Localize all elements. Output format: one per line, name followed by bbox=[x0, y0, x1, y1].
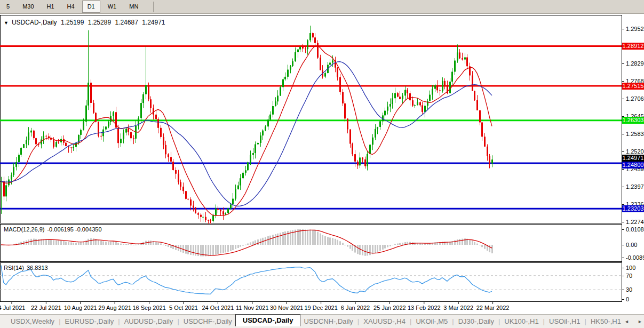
date-tick-label: 29 Aug 2021 bbox=[98, 305, 131, 311]
date-tick-label: 19 Dec 2021 bbox=[304, 305, 337, 311]
symbol-tab-eurusd[interactable]: EURUSD-,Daily bbox=[62, 316, 117, 326]
price-tick-label: 1.22745 bbox=[626, 219, 644, 225]
date-tick-label: 25 Jan 2022 bbox=[373, 305, 406, 311]
rsi-value: 36.8313 bbox=[27, 265, 48, 271]
tab-scroll-arrows: ◄► bbox=[624, 319, 642, 324]
symbol-tab-usoil[interactable]: USOil-,H1 bbox=[546, 316, 584, 326]
ohlc-open: 1.25199 bbox=[61, 19, 84, 26]
rsi-axis-label: 100 bbox=[626, 265, 635, 271]
price-tick-mark bbox=[622, 187, 624, 187]
tab-separator: | bbox=[410, 317, 411, 325]
symbol-tab-hk50[interactable]: HK50-,H1 bbox=[587, 316, 624, 326]
symbol-tab-usdx[interactable]: USDX,Weekly bbox=[7, 316, 58, 326]
price-tick-mark bbox=[622, 151, 624, 152]
rsi-axis-label: 30 bbox=[626, 286, 632, 293]
macd-axis-label: 0.00 bbox=[626, 242, 637, 248]
rsi-name: RSI(14) bbox=[4, 265, 24, 271]
price-tick-mark bbox=[622, 134, 624, 134]
tab-scroll-right-icon[interactable]: ► bbox=[638, 319, 642, 324]
timeframe-button-5[interactable]: 5 bbox=[1, 1, 15, 13]
date-tick-label: 22 Jul 2021 bbox=[31, 305, 61, 311]
price-tick-label: 1.23975 bbox=[626, 183, 644, 190]
macd-name: MACD(12,26,9) bbox=[4, 226, 44, 233]
symbol-tab-ukoil[interactable]: UKOil-,M5 bbox=[412, 316, 451, 326]
price-tick-mark bbox=[622, 81, 624, 82]
date-tick-label: 11 Nov 2021 bbox=[236, 305, 269, 311]
rsi-axis-tick bbox=[622, 268, 624, 268]
timeframe-button-w1[interactable]: W1 bbox=[102, 1, 122, 13]
price-level-badge: 1.24800 bbox=[622, 162, 644, 169]
price-tick-mark bbox=[622, 169, 624, 170]
tab-separator: | bbox=[59, 317, 60, 325]
rsi-indicator-label: RSI(14)36.8313 bbox=[4, 265, 48, 271]
rsi-axis-tick bbox=[622, 290, 624, 290]
ohlc-low: 1.24687 bbox=[115, 19, 138, 26]
rsi-axis-tick bbox=[622, 276, 624, 276]
price-tick-label: 1.29525 bbox=[626, 26, 644, 32]
price-tick-label: 1.28295 bbox=[626, 60, 644, 67]
price-level-badge: 1.26303 bbox=[622, 117, 644, 124]
date-tick-label: 4 Jul 2021 bbox=[0, 305, 25, 311]
tab-separator: | bbox=[177, 317, 179, 325]
date-tick-label: 10 Aug 2021 bbox=[64, 305, 97, 311]
chart-symbol: USDCAD-,Daily bbox=[12, 19, 57, 26]
macd-axis-tick bbox=[622, 245, 624, 245]
rsi-panel[interactable] bbox=[0, 262, 622, 302]
date-tick-label: 5 Oct 2021 bbox=[169, 305, 198, 311]
tab-separator: | bbox=[118, 317, 120, 325]
toolbar-separator bbox=[153, 2, 154, 12]
price-tick-label: 1.27065 bbox=[626, 95, 644, 102]
price-tick-mark bbox=[622, 63, 624, 64]
timeframe-button-d1[interactable]: D1 bbox=[82, 1, 100, 13]
current-price-badge: 1.24971 bbox=[622, 155, 644, 162]
symbol-tab-usdcad[interactable]: USDCAD-,Daily bbox=[235, 314, 301, 326]
rsi-axis-label: 70 bbox=[626, 273, 632, 279]
macd-axis-tick bbox=[622, 229, 624, 230]
tab-separator: | bbox=[452, 317, 454, 325]
timeframe-button-h4[interactable]: H4 bbox=[62, 1, 80, 13]
macd-axis-tick bbox=[622, 258, 624, 258]
timeframe-button-h1[interactable]: H1 bbox=[42, 1, 60, 13]
price-tick-mark bbox=[622, 222, 624, 222]
symbol-tab-dj30[interactable]: DJ30-,Daily bbox=[455, 316, 497, 326]
tab-scroll-left-icon[interactable]: ◄ bbox=[624, 319, 629, 324]
tab-separator: | bbox=[498, 317, 500, 325]
symbol-tab-usdcnh[interactable]: USDCNH-,Daily bbox=[300, 316, 356, 326]
symbol-tab-bar: USDX,Weekly|EURUSD-,Daily|AUDUSD-,Daily|… bbox=[0, 314, 644, 328]
price-tick-mark bbox=[622, 29, 624, 29]
symbol-tab-usdchf[interactable]: USDCHF-,Daily bbox=[180, 316, 235, 326]
date-tick-label: 3 Mar 2022 bbox=[443, 305, 473, 311]
price-level-badge: 1.23203 bbox=[622, 205, 644, 212]
price-level-badge: 1.28912 bbox=[622, 43, 644, 50]
date-tick-label: 22 Mar 2022 bbox=[476, 305, 510, 311]
macd-values: -0.006195 -0.004350 bbox=[47, 226, 101, 233]
tab-separator: | bbox=[543, 317, 545, 325]
date-tick-label: 6 Jan 2022 bbox=[341, 305, 370, 311]
date-tick-label: 30 Nov 2021 bbox=[270, 305, 303, 311]
price-tick-label: 1.25835 bbox=[626, 131, 644, 137]
symbol-tab-xauusd[interactable]: XAUUSD-,H4 bbox=[360, 316, 409, 326]
chart-title: ▼USDCAD-,Daily 1.25199 1.25289 1.24687 1… bbox=[4, 19, 168, 26]
macd-axis-label: 0.010869 bbox=[626, 226, 644, 233]
ohlc-high: 1.25289 bbox=[88, 19, 111, 26]
price-level-badge: 1.27515 bbox=[622, 83, 644, 90]
tab-separator: | bbox=[357, 317, 359, 325]
timeframe-toolbar: 5M30H1H4D1W1MN bbox=[0, 0, 644, 14]
timeframe-button-m30[interactable]: M30 bbox=[17, 1, 39, 13]
symbol-dropdown-icon[interactable]: ▼ bbox=[4, 20, 9, 26]
price-tick-label: 1.25205 bbox=[626, 148, 644, 155]
timeframe-button-mn[interactable]: MN bbox=[124, 1, 144, 13]
rsi-axis-label: 0 bbox=[626, 296, 629, 302]
macd-axis-label: -0.008974 bbox=[626, 254, 644, 261]
tab-separator: | bbox=[585, 317, 586, 325]
symbol-tab-audusd[interactable]: AUDUSD-,Daily bbox=[121, 316, 177, 326]
ohlc-close: 1.24971 bbox=[142, 19, 165, 26]
rsi-axis-tick bbox=[622, 299, 624, 300]
date-tick-label: 13 Feb 2022 bbox=[408, 305, 441, 311]
price-chart-panel[interactable] bbox=[0, 15, 622, 223]
macd-indicator-label: MACD(12,26,9)-0.006195 -0.004350 bbox=[4, 226, 102, 233]
symbol-tab-uk100[interactable]: UK100-,H1 bbox=[501, 316, 542, 326]
price-tick-mark bbox=[622, 99, 624, 99]
date-tick-label: 16 Sep 2021 bbox=[132, 305, 165, 311]
date-tick-label: 24 Oct 2021 bbox=[202, 305, 234, 311]
